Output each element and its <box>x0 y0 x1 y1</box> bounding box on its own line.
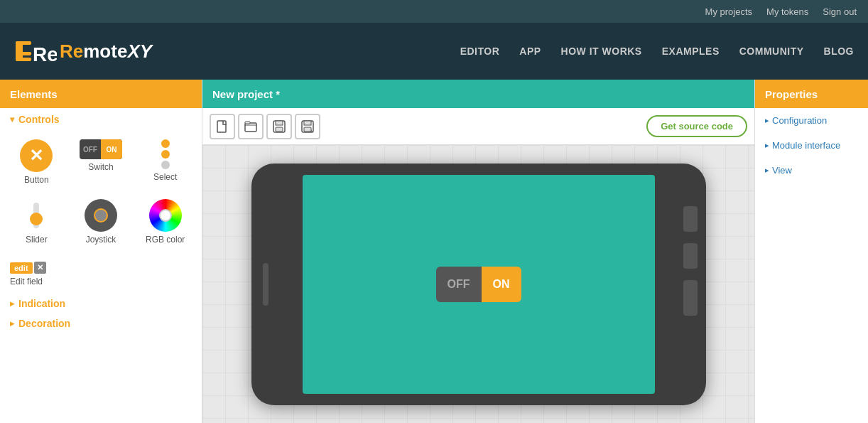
joystick-icon <box>85 199 117 232</box>
button-label: Button <box>24 175 49 185</box>
logo-remote-text: mote <box>83 41 127 63</box>
toolbar: + Get source code <box>202 108 754 145</box>
element-rgb-color[interactable]: RGB color <box>134 193 196 250</box>
properties-panel: Properties Configuration Module interfac… <box>754 80 868 423</box>
canvas-switch[interactable]: OFF ON <box>436 267 521 302</box>
canvas-workspace[interactable]: OFF ON <box>202 145 754 423</box>
switch-on-label: ON <box>101 139 122 159</box>
phone-notch <box>450 164 507 175</box>
top-bar: My projects My tokens Sign out <box>0 0 868 23</box>
slider-track <box>33 203 39 228</box>
switch-off-label: OFF <box>80 146 101 154</box>
element-switch[interactable]: OFF ON Switch <box>70 134 132 191</box>
phone-body: OFF ON <box>251 164 706 405</box>
phone-screen[interactable]: OFF ON <box>303 175 655 394</box>
nav-blog[interactable]: BLOG <box>824 45 854 57</box>
nav-how-it-works[interactable]: HOW IT WORKS <box>561 45 642 57</box>
prop-configuration[interactable]: Configuration <box>755 108 868 133</box>
element-button[interactable]: ✕ Button <box>6 134 67 191</box>
properties-header: Properties <box>755 80 868 108</box>
properties-title: Properties <box>765 88 818 100</box>
prop-view[interactable]: View <box>755 158 868 183</box>
svg-text:Re: Re <box>33 43 57 65</box>
new-file-button[interactable] <box>210 114 235 139</box>
save-icon <box>272 119 286 134</box>
nav-bar: Re Re mote XY EDITOR APP HOW IT WORKS EX… <box>0 23 868 80</box>
element-joystick[interactable]: Joystick <box>70 193 132 250</box>
edit-x-icon: ✕ <box>34 262 46 274</box>
phone-outer: OFF ON <box>251 164 706 405</box>
slider-label: Slider <box>26 235 48 245</box>
canvas-area: New project * <box>202 80 754 423</box>
elements-header: Elements <box>0 80 202 108</box>
select-dot-1 <box>161 139 170 148</box>
element-slider[interactable]: Slider <box>6 193 67 250</box>
svg-rect-2 <box>16 52 31 55</box>
select-dot-2 <box>161 150 170 159</box>
rgb-color-label: RGB color <box>146 235 185 245</box>
get-source-code-button[interactable]: Get source code <box>646 115 747 137</box>
sign-out-link[interactable]: Sign out <box>823 6 857 17</box>
button-icon: ✕ <box>20 139 53 172</box>
joystick-center <box>94 208 108 223</box>
save-as-icon: + <box>300 119 315 134</box>
edit-badge: edit <box>10 262 33 274</box>
my-projects-link[interactable]: My projects <box>705 6 752 17</box>
decoration-section[interactable]: Decoration <box>0 312 202 332</box>
select-label: Select <box>153 172 177 182</box>
indication-section[interactable]: Indication <box>0 292 202 312</box>
svg-rect-10 <box>276 127 283 132</box>
logo[interactable]: Re Re mote XY <box>14 34 152 68</box>
elements-title: Elements <box>10 88 58 100</box>
project-title: New project * <box>212 88 280 100</box>
main-layout: Elements Controls ✕ Button OFF ON Switch <box>0 80 868 423</box>
controls-section-title[interactable]: Controls <box>0 108 202 128</box>
svg-rect-3 <box>16 58 31 61</box>
select-icon <box>161 139 170 169</box>
edit-field-row[interactable]: edit ✕ Edit field <box>0 256 202 292</box>
controls-grid: ✕ Button OFF ON Switch Select <box>0 128 202 256</box>
element-select[interactable]: Select <box>134 134 196 191</box>
svg-rect-5 <box>217 121 226 132</box>
open-file-icon <box>244 119 258 134</box>
joystick-label: Joystick <box>86 235 116 245</box>
svg-rect-1 <box>16 41 31 45</box>
nav-app[interactable]: APP <box>519 45 541 57</box>
nav-editor[interactable]: EDITOR <box>460 45 500 57</box>
logo-xy-text: XY <box>127 41 152 63</box>
canvas-header: New project * <box>202 80 754 108</box>
svg-rect-9 <box>276 121 283 125</box>
canvas-switch-on: ON <box>482 267 521 302</box>
phone-mockup: OFF ON <box>251 164 706 405</box>
svg-rect-7 <box>245 122 250 124</box>
new-file-icon <box>215 119 229 134</box>
edit-field-label: Edit field <box>10 277 43 287</box>
nav-community[interactable]: COMMUNITY <box>739 45 804 57</box>
my-tokens-link[interactable]: My tokens <box>766 6 808 17</box>
rgb-center <box>159 209 172 222</box>
phone-speaker-left <box>263 263 268 306</box>
switch-label: Switch <box>88 162 113 172</box>
elements-panel: Elements Controls ✕ Button OFF ON Switch <box>0 80 202 423</box>
save-button[interactable] <box>266 114 292 139</box>
select-dot-3 <box>161 161 170 169</box>
logo-icon: Re <box>14 34 57 68</box>
prop-module-interface[interactable]: Module interface <box>755 133 868 158</box>
slider-icon <box>20 199 53 232</box>
open-file-button[interactable] <box>238 114 264 139</box>
save-as-button[interactable]: + <box>295 114 320 139</box>
canvas-switch-off: OFF <box>436 267 482 302</box>
edit-field-icon: edit ✕ <box>10 262 46 274</box>
switch-icon: OFF ON <box>80 139 122 159</box>
svg-rect-6 <box>245 123 256 132</box>
svg-text:+: + <box>310 128 313 134</box>
nav-links: EDITOR APP HOW IT WORKS EXAMPLES COMMUNI… <box>460 45 854 57</box>
rgb-icon <box>149 199 182 232</box>
phone-btn-volume-up <box>683 206 698 232</box>
nav-examples[interactable]: EXAMPLES <box>662 45 720 57</box>
phone-btn-volume-down <box>683 243 698 269</box>
phone-btn-power <box>683 280 698 316</box>
slider-thumb <box>30 213 43 225</box>
svg-rect-12 <box>304 121 311 125</box>
